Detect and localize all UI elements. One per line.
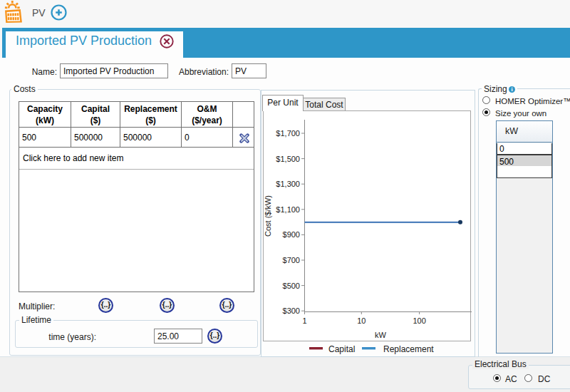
svg-text:Replacement: Replacement [383,344,434,354]
svg-text:$1,700: $1,700 [276,129,300,138]
svg-text:$1,300: $1,300 [276,180,300,188]
svg-text:100: 100 [413,316,425,325]
svg-text:kW: kW [375,331,387,339]
svg-text:$300: $300 [283,306,300,315]
svg-text:Capital: Capital [328,344,355,354]
svg-text:1: 1 [302,316,306,325]
svg-text:Cost ($/kW): Cost ($/kW) [264,195,272,237]
svg-text:$1,100: $1,100 [276,205,300,214]
svg-text:$900: $900 [283,230,300,239]
svg-text:10: 10 [357,316,366,325]
svg-text:$1,500: $1,500 [276,155,300,163]
svg-text:$700: $700 [283,256,300,264]
svg-text:$500: $500 [283,282,300,290]
